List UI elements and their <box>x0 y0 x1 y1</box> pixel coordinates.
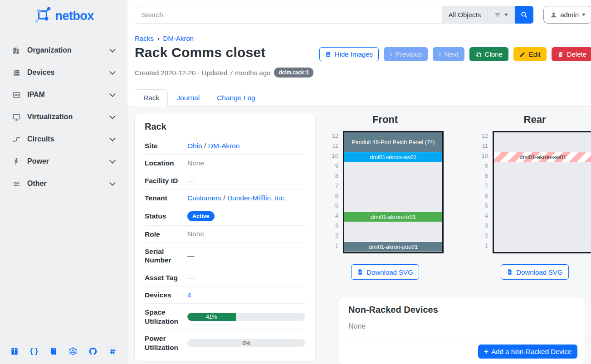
breadcrumb-racks[interactable]: Racks <box>135 34 154 42</box>
chevron-down-icon <box>109 46 116 53</box>
tab-rack[interactable]: Rack <box>135 89 168 107</box>
empty-rack-slot[interactable] <box>494 212 591 222</box>
site-link[interactable]: Ohio <box>187 142 202 150</box>
sidebar-item-power[interactable]: Power <box>5 152 122 170</box>
sidebar-item-other[interactable]: Other <box>5 175 122 193</box>
location-value: None <box>187 159 305 167</box>
copy-icon <box>475 51 482 58</box>
building-icon <box>12 46 21 55</box>
attr-label: Power Utilization <box>145 334 187 352</box>
empty-rack-slot[interactable] <box>494 222 591 232</box>
search-input[interactable] <box>135 6 442 24</box>
code-braces-icon[interactable]: { } <box>30 347 38 356</box>
devices-count-link[interactable]: 4 <box>187 291 191 299</box>
sidebar-item-ipam[interactable]: IPAM <box>5 86 122 104</box>
sidebar-item-label: Virtualization <box>27 113 110 121</box>
sidebar-item-devices[interactable]: Devices <box>5 63 122 82</box>
empty-rack-slot[interactable] <box>344 162 442 172</box>
attr-row-status: Status Active <box>145 207 305 226</box>
breadcrumb: Racks › DM-Akron <box>135 34 591 42</box>
docs-book-icon[interactable] <box>10 347 19 356</box>
tab-change-log[interactable]: Change Log <box>208 89 264 107</box>
empty-rack-slot[interactable] <box>344 232 442 242</box>
edit-button[interactable]: Edit <box>513 47 547 61</box>
empty-rack-slot[interactable] <box>494 192 591 202</box>
delete-label: Delete <box>567 50 586 58</box>
unit-number: 7 <box>476 181 488 191</box>
rack-device[interactable]: dmi01-akron-rtr01 <box>344 212 442 222</box>
breadcrumb-dm-akron[interactable]: DM-Akron <box>163 34 194 42</box>
edit-label: Edit <box>529 50 541 58</box>
empty-rack-slot[interactable] <box>344 192 442 202</box>
rack-elevations: Front 121110987654321 Panduit 48-Port Pa… <box>327 114 591 280</box>
empty-rack-slot[interactable] <box>344 182 442 192</box>
github-icon[interactable] <box>88 347 98 356</box>
caret-down-icon <box>582 14 586 16</box>
sidebar-item-organization[interactable]: Organization <box>5 41 122 59</box>
download-svg-button-rear[interactable]: Download SVG <box>501 264 569 280</box>
clone-label: Clone <box>485 50 503 58</box>
chevron-down-icon <box>109 180 116 186</box>
search-scope-label: All Objects <box>448 11 481 19</box>
attr-row-location: Location None <box>145 155 305 172</box>
chevron-right-icon: › <box>439 50 441 58</box>
empty-rack-slot[interactable] <box>494 172 591 182</box>
caret-down-icon <box>504 14 508 16</box>
previous-button[interactable]: ‹ Previous <box>384 47 428 61</box>
unit-number: 12 <box>476 131 488 141</box>
clone-button[interactable]: Clone <box>469 47 508 61</box>
hide-images-button[interactable]: Hide Images <box>319 47 379 61</box>
sidebar-item-label: Other <box>27 180 110 188</box>
rack-device[interactable]: dmi01-akron-pdu01 <box>344 242 442 252</box>
search-button[interactable] <box>515 6 533 24</box>
sidebar-item-circuits[interactable]: Circuits <box>5 130 122 148</box>
site-group-link[interactable]: DM-Akron <box>208 142 240 150</box>
add-non-racked-device-button[interactable]: + Add a Non-Racked Device <box>478 345 577 359</box>
netbox-logo[interactable]: netbox <box>0 0 127 37</box>
search-filter-dropdown[interactable] <box>488 6 515 24</box>
file-download-icon <box>507 269 513 275</box>
user-label: admin <box>560 11 579 19</box>
global-search: All Objects <box>135 6 533 24</box>
rack-device[interactable]: Panduit 48-Port Patch Panel (74) <box>344 132 442 152</box>
empty-rack-slot[interactable] <box>494 182 591 192</box>
rack-device[interactable]: dmi01-akron-sw01 <box>344 152 442 162</box>
sidebar-item-label: Circuits <box>27 135 110 143</box>
sidebar-item-virtualization[interactable]: Virtualization <box>5 108 122 126</box>
tenant-link[interactable]: Dunder-Mifflin, Inc. <box>227 194 286 202</box>
empty-rack-slot[interactable] <box>494 242 591 252</box>
unit-number: 5 <box>476 201 488 211</box>
unit-number: 3 <box>327 221 338 231</box>
empty-rack-slot[interactable] <box>494 232 591 242</box>
attr-label: Serial Number <box>145 247 187 265</box>
download-svg-button-front[interactable]: Download SVG <box>351 264 419 280</box>
rear-rack-frame: dmi01-akron-sw01 <box>493 131 591 253</box>
empty-rack-slot[interactable] <box>344 222 442 232</box>
front-rack-body: Panduit 48-Port Patch Panel (74)dmi01-ak… <box>344 132 442 252</box>
empty-rack-slot[interactable] <box>494 162 591 172</box>
slack-icon[interactable] <box>108 347 117 356</box>
attr-label: Status <box>145 212 187 220</box>
user-menu-button[interactable]: admin <box>543 6 591 24</box>
empty-rack-slot[interactable] <box>494 142 591 152</box>
plus-icon: + <box>484 348 488 355</box>
rack-device[interactable]: dmi01-akron-sw01 <box>494 152 591 162</box>
empty-rack-slot[interactable] <box>344 172 442 182</box>
chevron-down-icon <box>109 91 116 97</box>
unit-number: 1 <box>327 241 338 251</box>
tab-journal[interactable]: Journal <box>168 89 208 107</box>
front-title: Front <box>372 114 398 126</box>
attr-label: Location <box>145 159 187 167</box>
next-button[interactable]: › Next <box>433 47 464 61</box>
previous-label: Previous <box>396 50 422 58</box>
delete-button[interactable]: Delete <box>552 47 591 61</box>
empty-rack-slot[interactable] <box>494 202 591 212</box>
empty-rack-slot[interactable] <box>494 132 591 142</box>
tenant-group-link[interactable]: Customers <box>187 194 221 202</box>
search-scope-select[interactable]: All Objects <box>442 6 488 24</box>
journal-icon[interactable] <box>49 347 58 356</box>
unit-number: 2 <box>476 231 488 241</box>
graphql-icon[interactable] <box>68 347 78 356</box>
empty-rack-slot[interactable] <box>344 202 442 212</box>
tab-content: Rack Site Ohio / DM-Akron Location None … <box>127 107 591 364</box>
